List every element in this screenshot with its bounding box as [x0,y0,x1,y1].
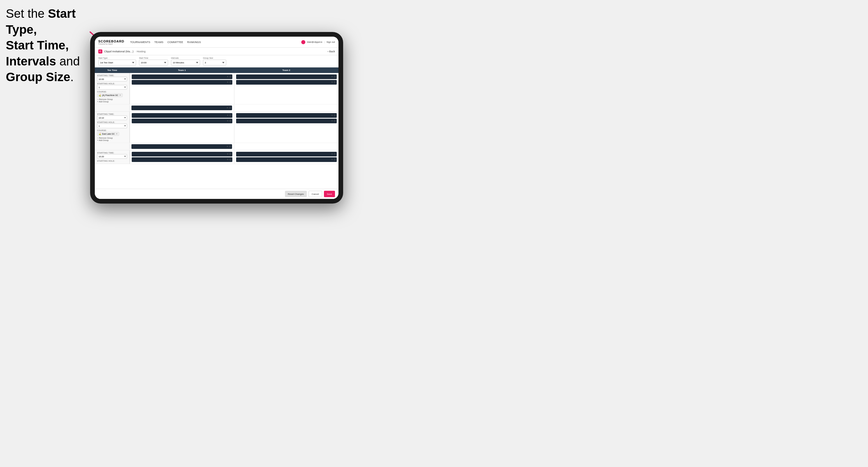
player-expand-icon[interactable]: ⊡ [334,153,336,155]
player-expand-icon[interactable]: ⊡ [334,120,336,122]
player-slot: ✕ ⊡ [236,119,337,123]
player-remove-icon[interactable]: ✕ [227,120,228,122]
nav-rankings[interactable]: RANKINGS [187,40,201,44]
player-slot: ✕ ⊡ [132,157,232,162]
player-remove-icon[interactable]: ✕ [226,146,228,148]
player-expand-icon[interactable]: ⊡ [334,75,336,78]
player-expand-icon[interactable]: ⊡ [229,146,231,148]
player-slot: ✕ ⊡ [236,113,337,118]
player-remove-icon[interactable]: ✕ [227,81,228,84]
course-label-2: COURSE: [97,129,127,131]
logo-text: SCOREBOARD [98,39,124,43]
player-remove-icon[interactable]: ✕ [227,158,228,161]
player-expand-icon[interactable]: ⊡ [229,153,231,155]
player-expand-icon[interactable]: ⊡ [229,120,231,122]
starting-hole-label-1: STARTING HOLE: [97,83,127,85]
start-type-select[interactable]: 1st Tee Start Shotgun Start [98,60,136,65]
player-expand-icon[interactable]: ⊡ [229,107,231,109]
group-3: STARTING TIME: 10:20 STARTING HOLE: ✕ ⊡ [95,150,339,164]
start-type-group: Start Type 1st Tee Start Shotgun Start [98,57,136,65]
course-name-1: (A) Peachtree GC [102,94,118,96]
save-button[interactable]: Save [324,191,335,197]
player-remove-icon[interactable]: ✕ [331,81,333,84]
add-group-1[interactable]: + Add Group [97,101,127,103]
starting-time-input-2[interactable]: 10:10 [97,116,127,120]
starting-hole-input-1[interactable]: 1 [97,85,127,90]
sub-nav: C Clippd Invitational (Ma…) › Hosting ‹ … [95,48,339,55]
player-remove-icon[interactable]: ✕ [226,107,228,109]
start-type-label: Start Type [98,57,136,59]
remove-group-2[interactable]: ○ Remove Group [97,137,127,139]
player-slot-solo-2: ✕ ⊡ [131,144,232,149]
player-remove-icon[interactable]: ✕ [227,153,228,155]
add-group-2[interactable]: + Add Group [97,139,127,141]
group-size-label: Group Size [203,57,226,59]
player-expand-icon[interactable]: ⊡ [334,114,336,117]
player-slot: ✕ ⊡ [132,119,232,123]
start-time-select[interactable]: 10:00 10:30 [139,60,168,65]
starting-time-label-3: STARTING TIME: [97,152,127,154]
group-size-select[interactable]: 3 4 [203,60,226,65]
player-remove-icon[interactable]: ✕ [331,153,333,155]
nav-links: TOURNAMENTS TEAMS COMMITTEE RANKINGS [130,40,301,44]
course-tag-1: ⛳ (A) Peachtree GC ✕ [97,93,123,97]
player-remove-icon[interactable]: ✕ [331,114,333,117]
starting-time-input-3[interactable]: 10:20 [97,154,127,159]
logo-sub: Powered by clippd [98,43,124,45]
intervals-group: Intervals 10 Minutes 15 Minutes [171,57,200,65]
group-3-left: STARTING TIME: 10:20 STARTING HOLE: [95,150,130,164]
player-slot: ✕ ⊡ [132,80,232,85]
table-header: Tee Time Team 1 Team 2 [95,67,339,73]
intervals-select[interactable]: 10 Minutes 15 Minutes [171,60,200,65]
intervals-label: Intervals [171,57,200,59]
nav-committee[interactable]: COMMITTEE [167,40,183,44]
logo-area: SCOREBOARD Powered by clippd [98,39,124,45]
group-2-teams: ✕ ⊡ ✕ ⊡ ✕ [130,112,339,143]
player-expand-icon[interactable]: ⊡ [229,75,231,78]
action-links-1: ○ Remove Group + Add Group [97,98,127,103]
group-3-team1: ✕ ⊡ ✕ ⊡ [130,150,235,164]
player-remove-icon[interactable]: ✕ [227,75,228,78]
reset-changes-button[interactable]: Reset Changes [285,191,307,197]
group-3-team2: ✕ ⊡ ✕ ⊡ [235,150,339,164]
nav-teams[interactable]: TEAMS [154,40,163,44]
player-expand-icon[interactable]: ⊡ [334,158,336,161]
player-remove-icon[interactable]: ✕ [331,120,333,122]
controls-row: Start Type 1st Tee Start Shotgun Start S… [95,55,339,67]
group-2-team1: ✕ ⊡ ✕ ⊡ [130,112,235,143]
instruction-text: Set the Start Type, Start Time, Interval… [6,6,99,85]
course-remove-2[interactable]: ✕ [116,133,118,135]
cancel-button[interactable]: Cancel [309,191,322,197]
player-slot: ✕ ⊡ [236,80,337,85]
group-size-group: Group Size 3 4 [203,57,226,65]
player-remove-icon[interactable]: ✕ [227,114,228,117]
starting-hole-label-2: STARTING HOLE: [97,121,127,123]
starting-time-input-1[interactable]: 10:00 [97,77,127,82]
group-1: STARTING TIME: 10:00 STARTING HOLE: 1 CO… [95,73,339,112]
player-remove-icon[interactable]: ✕ [331,158,333,161]
player-slot: ✕ ⊡ [236,152,337,156]
start-time-group: Start Time 10:00 10:30 [139,57,168,65]
action-bar: Reset Changes Cancel Save [95,189,339,199]
group-2-team2: ✕ ⊡ ✕ ⊡ [235,112,339,143]
group-1-left: STARTING TIME: 10:00 STARTING HOLE: 1 CO… [95,73,130,104]
player-expand-icon[interactable]: ⊡ [229,81,231,84]
user-email: blair@clippd.io [307,41,322,43]
player-slot: ✕ ⊡ [132,113,232,118]
back-button[interactable]: ‹ Back [328,50,335,53]
player-expand-icon[interactable]: ⊡ [229,114,231,117]
player-expand-icon[interactable]: ⊡ [229,158,231,161]
nav-tournaments[interactable]: TOURNAMENTS [130,40,150,44]
remove-group-1[interactable]: ○ Remove Group [97,98,127,100]
sign-out-link[interactable]: Sign out [327,41,335,43]
player-remove-icon[interactable]: ✕ [331,75,333,78]
schedule-table: Tee Time Team 1 Team 2 STARTING TIME: 10… [95,67,339,189]
starting-hole-input-2[interactable]: 1 [97,124,127,128]
top-nav: SCOREBOARD Powered by clippd TOURNAMENTS… [95,37,339,48]
group-3-teams: ✕ ⊡ ✕ ⊡ ✕ [130,150,339,164]
player-slot: ✕ ⊡ [132,152,232,156]
player-expand-icon[interactable]: ⊡ [334,81,336,84]
player-slot: ✕ ⊡ [236,74,337,79]
th-tee-time: Tee Time [95,67,130,73]
course-remove-1[interactable]: ✕ [119,94,121,97]
